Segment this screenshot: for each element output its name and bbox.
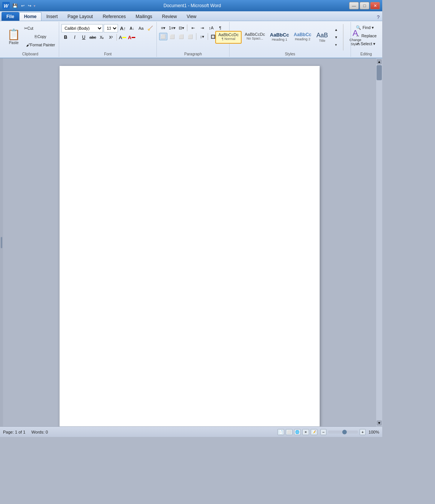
scroll-down-arrow[interactable]: ▼	[377, 420, 382, 426]
font-group: Calibri (Body) 11 A↑ A↓ Aa 🧹 B I U abc X…	[59, 22, 157, 57]
page-info: Page: 1 of 1	[3, 430, 25, 434]
redo-button[interactable]: ↪	[27, 3, 32, 9]
paste-button[interactable]: 📋 Paste	[4, 25, 24, 48]
status-bar: Page: 1 of 1 Words: 0 📄 ⬜ 🌐 ≡ 📝 − + 100%	[0, 426, 382, 437]
clipboard-group: 📋 Paste ✂ Cut ⎘ Copy 🖌 Format Painter Cl…	[2, 22, 59, 57]
word-icon: W	[2, 2, 10, 9]
font-size-select[interactable]: 11	[104, 24, 118, 32]
ribbon-help-button[interactable]: ?	[376, 14, 381, 21]
numbering-button[interactable]: 1≡▾	[168, 24, 176, 32]
web-layout-button[interactable]: 🌐	[294, 429, 301, 435]
style-heading-1[interactable]: AaBbCc Heading 1	[268, 31, 291, 44]
ribbon: 📋 Paste ✂ Cut ⎘ Copy 🖌 Format Painter Cl…	[0, 21, 382, 58]
increase-indent-button[interactable]: ⇥	[198, 24, 206, 32]
strikethrough-button[interactable]: abc	[89, 34, 97, 41]
change-case-button[interactable]: Aa	[137, 24, 145, 32]
zoom-slider[interactable]	[328, 431, 358, 434]
quick-access-toolbar: 💾 ↩ ↪ ▾	[11, 3, 35, 9]
text-highlight-button[interactable]: A	[118, 34, 127, 41]
draft-button[interactable]: 📝	[311, 429, 317, 435]
outline-button[interactable]: ≡	[302, 429, 309, 435]
maximize-button[interactable]: □	[360, 2, 369, 9]
font-grow-button[interactable]: A↑	[119, 24, 127, 32]
copy-button[interactable]: ⎘ Copy	[25, 33, 57, 40]
clipboard-label: Clipboard	[22, 50, 38, 56]
superscript-button[interactable]: X²	[107, 34, 115, 41]
replace-button[interactable]: ↔ Replace	[353, 32, 379, 39]
tab-mailings[interactable]: Mailings	[131, 12, 157, 21]
underline-button[interactable]: U	[80, 34, 88, 41]
vertical-scrollbar[interactable]: ▲ ▼	[376, 58, 382, 426]
font-name-select[interactable]: Calibri (Body)	[61, 24, 103, 32]
font-color-button[interactable]: A	[127, 34, 136, 41]
zoom-controls: − + 100%	[320, 429, 379, 435]
print-layout-button[interactable]: 📄	[277, 429, 284, 435]
font-shrink-button[interactable]: A↓	[128, 24, 136, 32]
document-page[interactable]	[60, 66, 320, 426]
tab-page-layout[interactable]: Page Layout	[63, 12, 98, 21]
ribbon-tabs: File Home Insert Page Layout References …	[0, 11, 382, 21]
style-normal[interactable]: AaBbCcDc ¶ Normal	[215, 31, 242, 44]
paragraph-label: Paragraph	[184, 50, 202, 56]
bold-button[interactable]: B	[61, 34, 70, 41]
subscript-button[interactable]: X₂	[98, 34, 106, 41]
minimize-button[interactable]: —	[349, 2, 359, 9]
cut-button[interactable]: ✂ Cut	[25, 24, 33, 32]
styles-more-button[interactable]: ▾	[332, 41, 340, 49]
page-content[interactable]	[60, 66, 320, 367]
tab-view[interactable]: View	[182, 12, 201, 21]
style-title[interactable]: AaB Title	[314, 31, 330, 44]
styles-scroll-down[interactable]: ▼	[332, 34, 340, 41]
scroll-up-arrow[interactable]: ▲	[377, 59, 382, 64]
zoom-minus-button[interactable]: −	[320, 429, 326, 435]
zoom-level: 100%	[369, 430, 379, 434]
editing-group: 🔍 Find ▾ ↔ Replace ↗ Select ▾ Editing	[351, 22, 381, 57]
styles-scroll-up[interactable]: ▲	[332, 26, 340, 34]
format-painter-button[interactable]: 🖌 Format Painter	[25, 41, 57, 49]
document-area[interactable]	[3, 58, 376, 426]
find-icon: 🔍	[356, 25, 361, 30]
multilevel-list-button[interactable]: ⊟▾	[177, 24, 185, 32]
line-spacing-button[interactable]: ↕▾	[198, 33, 206, 40]
replace-icon: ↔	[356, 34, 360, 38]
tab-file[interactable]: File	[2, 12, 19, 21]
align-right-button[interactable]: ⬜	[177, 33, 185, 40]
undo-button[interactable]: ↩	[20, 3, 26, 9]
styles-group: AaBbCcDc ¶ Normal AaBbCcDc No Spaci... A…	[230, 22, 351, 57]
style-heading-2[interactable]: AaBbCc Heading 2	[292, 31, 314, 44]
align-center-button[interactable]: ⬜	[168, 33, 176, 40]
close-button[interactable]: ✕	[370, 2, 380, 9]
word-count: Words: 0	[31, 430, 48, 434]
decrease-indent-button[interactable]: ⇤	[189, 24, 197, 32]
zoom-plus-button[interactable]: +	[360, 429, 366, 435]
tab-review[interactable]: Review	[157, 12, 182, 21]
italic-button[interactable]: I	[70, 34, 79, 41]
align-left-button[interactable]: ⬜	[159, 33, 167, 40]
styles-label: Styles	[285, 50, 295, 56]
sort-button[interactable]: ↕A	[207, 24, 215, 32]
tab-insert[interactable]: Insert	[41, 12, 63, 21]
tab-references[interactable]: References	[98, 12, 130, 21]
editing-label: Editing	[360, 50, 372, 56]
style-no-spacing[interactable]: AaBbCcDc No Spaci...	[242, 31, 267, 44]
bullets-button[interactable]: ≡▾	[159, 24, 167, 32]
zoom-thumb	[342, 430, 347, 434]
clear-format-button[interactable]: 🧹	[146, 24, 154, 32]
scroll-thumb[interactable]	[377, 65, 382, 80]
full-screen-button[interactable]: ⬜	[286, 429, 293, 435]
title-bar: W 💾 ↩ ↪ ▾ Document1 - Microsoft Word — □…	[0, 0, 382, 11]
save-button[interactable]: 💾	[11, 3, 19, 9]
select-icon: ↗	[356, 41, 359, 46]
select-button[interactable]: ↗ Select ▾	[353, 40, 379, 47]
justify-button[interactable]: ⬜	[186, 33, 195, 40]
main-area: ▲ ▼	[0, 58, 382, 426]
window-title: Document1 - Microsoft Word	[35, 3, 349, 8]
font-label: Font	[104, 50, 112, 56]
tab-home[interactable]: Home	[19, 12, 41, 21]
find-button[interactable]: 🔍 Find ▾	[353, 24, 379, 31]
